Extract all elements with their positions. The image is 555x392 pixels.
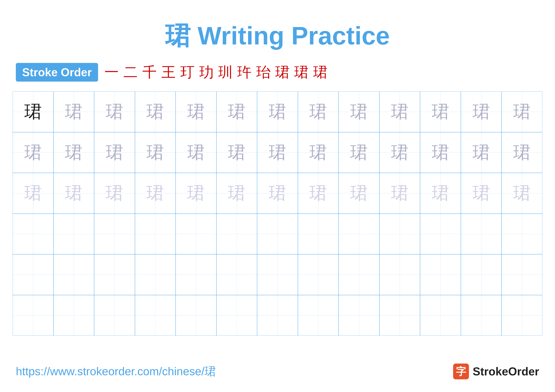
cell-char: 珺 xyxy=(269,141,286,164)
grid-cell[interactable]: 珺 xyxy=(257,173,298,214)
stroke-step-9: 珆 xyxy=(256,63,270,82)
practice-row-6 xyxy=(13,295,542,336)
grid-cell[interactable]: 珺 xyxy=(216,132,257,173)
grid-cell[interactable] xyxy=(175,214,216,254)
grid-cell[interactable]: 珺 xyxy=(135,132,176,173)
cell-char: 珺 xyxy=(24,222,42,246)
grid-cell[interactable]: 珺 xyxy=(339,132,380,173)
grid-cell[interactable] xyxy=(461,214,502,254)
cell-char: 珺 xyxy=(65,100,82,123)
grid-cell[interactable]: 珺 xyxy=(135,91,176,132)
grid-cell[interactable]: 珺 xyxy=(502,132,542,173)
grid-cell[interactable]: 珺 xyxy=(13,173,53,214)
grid-cell[interactable]: 珺 xyxy=(135,173,176,214)
grid-cell[interactable] xyxy=(257,295,298,336)
grid-cell[interactable] xyxy=(53,214,94,254)
cell-char: 珺 xyxy=(24,181,42,205)
grid-cell[interactable] xyxy=(13,254,53,295)
grid-cell[interactable]: 珺 xyxy=(461,132,502,173)
grid-cell[interactable]: 珺 xyxy=(94,132,135,173)
grid-cell[interactable] xyxy=(53,254,94,295)
cell-char: 珺 xyxy=(350,100,368,123)
cell-char: 珺 xyxy=(146,100,164,123)
grid-cell[interactable]: 珺 xyxy=(420,91,461,132)
grid-cell[interactable]: 珺 xyxy=(175,91,216,132)
grid-cell[interactable] xyxy=(339,254,380,295)
grid-cell[interactable] xyxy=(380,214,420,254)
cell-char: 珺 xyxy=(350,181,368,205)
practice-row-5 xyxy=(13,254,542,295)
cell-char: 珺 xyxy=(106,100,123,123)
grid-cell[interactable]: 珺 xyxy=(461,173,502,214)
grid-cell[interactable]: 珺 xyxy=(94,173,135,214)
grid-cell[interactable]: 珺 xyxy=(461,91,502,132)
stroke-order-badge: Stroke Order xyxy=(16,63,98,82)
grid-cell[interactable]: 珺 xyxy=(53,132,94,173)
grid-cell[interactable]: 珺 xyxy=(216,173,257,214)
grid-cell[interactable]: 珺 xyxy=(257,132,298,173)
grid-cell[interactable] xyxy=(257,214,298,254)
grid-cell[interactable]: 珺 xyxy=(339,91,380,132)
grid-cell[interactable] xyxy=(94,254,135,295)
grid-cell[interactable]: 珺 xyxy=(13,214,53,254)
grid-cell[interactable] xyxy=(380,295,420,336)
grid-cell[interactable]: 珺 xyxy=(380,91,420,132)
grid-cell[interactable] xyxy=(461,254,502,295)
grid-cell[interactable]: 珺 xyxy=(420,173,461,214)
cell-char: 珺 xyxy=(473,100,490,123)
grid-cell[interactable]: 珺 xyxy=(339,173,380,214)
grid-cell[interactable]: 珺 xyxy=(53,91,94,132)
grid-cell[interactable]: 珺 xyxy=(175,132,216,173)
grid-cell[interactable]: 珺 xyxy=(502,173,542,214)
grid-cell[interactable] xyxy=(420,214,461,254)
grid-cell[interactable] xyxy=(175,254,216,295)
grid-cell[interactable]: 珺 xyxy=(53,173,94,214)
grid-cell[interactable] xyxy=(502,254,542,295)
grid-cell[interactable] xyxy=(420,295,461,336)
grid-cell[interactable] xyxy=(216,254,257,295)
grid-cell[interactable] xyxy=(298,295,339,336)
website-url[interactable]: https://www.strokeorder.com/chinese/珺 xyxy=(16,364,216,379)
grid-cell[interactable] xyxy=(216,295,257,336)
grid-cell[interactable] xyxy=(13,295,53,336)
grid-cell[interactable] xyxy=(135,295,176,336)
practice-row-4: 珺 xyxy=(13,214,542,254)
grid-cell[interactable] xyxy=(502,295,542,336)
grid-cell[interactable] xyxy=(94,214,135,254)
stroke-step-6: 玏 xyxy=(199,63,214,82)
grid-cell[interactable] xyxy=(298,254,339,295)
grid-cell[interactable] xyxy=(298,214,339,254)
grid-cell[interactable]: 珺 xyxy=(380,173,420,214)
stroke-step-7: 玔 xyxy=(218,63,233,82)
grid-cell[interactable]: 珺 xyxy=(13,132,53,173)
grid-cell[interactable] xyxy=(461,295,502,336)
grid-cell[interactable] xyxy=(339,214,380,254)
grid-cell[interactable]: 珺 xyxy=(420,132,461,173)
grid-cell[interactable] xyxy=(339,295,380,336)
grid-cell[interactable]: 珺 xyxy=(298,91,339,132)
grid-cell[interactable] xyxy=(94,295,135,336)
grid-cell[interactable]: 珺 xyxy=(175,173,216,214)
grid-cell[interactable] xyxy=(135,254,176,295)
grid-cell[interactable] xyxy=(175,295,216,336)
grid-cell[interactable]: 珺 xyxy=(502,91,542,132)
grid-cell[interactable] xyxy=(216,214,257,254)
grid-cell[interactable] xyxy=(135,214,176,254)
grid-cell[interactable]: 珺 xyxy=(94,91,135,132)
cell-char: 珺 xyxy=(187,141,205,164)
grid-cell[interactable] xyxy=(502,214,542,254)
grid-cell[interactable]: 珺 xyxy=(298,132,339,173)
grid-cell[interactable] xyxy=(380,254,420,295)
grid-cell[interactable]: 珺 xyxy=(13,91,53,132)
cell-char: 珺 xyxy=(432,141,449,164)
grid-cell[interactable]: 珺 xyxy=(298,173,339,214)
grid-cell[interactable] xyxy=(53,295,94,336)
grid-cell[interactable]: 珺 xyxy=(216,91,257,132)
grid-cell[interactable]: 珺 xyxy=(380,132,420,173)
cell-char: 珺 xyxy=(106,141,123,164)
grid-cell[interactable]: 珺 xyxy=(257,91,298,132)
cell-char: 珺 xyxy=(228,181,245,205)
grid-cell[interactable] xyxy=(420,254,461,295)
grid-cell[interactable] xyxy=(257,254,298,295)
cell-char: 珺 xyxy=(187,100,205,123)
